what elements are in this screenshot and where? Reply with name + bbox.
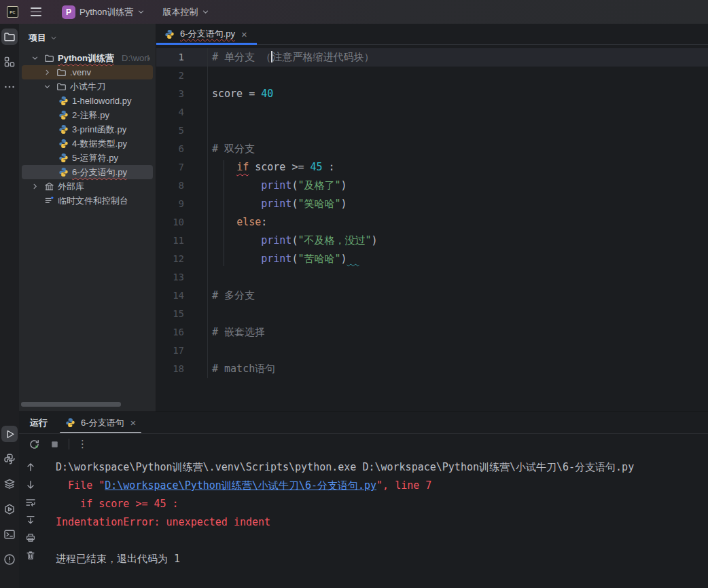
down-stacktrace-button[interactable] — [24, 479, 37, 491]
code-token: print — [261, 234, 291, 246]
vcs-widget[interactable]: 版本控制 — [160, 4, 212, 20]
code-line-14[interactable]: 14# 多分支 — [156, 287, 708, 305]
project-widget[interactable]: P Python训练营 — [59, 3, 147, 21]
console-output[interactable]: D:\workspace\Python训练营\.venv\Scripts\pyt… — [42, 458, 708, 588]
terminal-tool-button[interactable] — [1, 526, 18, 543]
tree-item-小试牛刀[interactable]: 小试牛刀 — [22, 79, 153, 94]
editor-tab[interactable]: 6-分支语句.py × — [156, 24, 257, 44]
tree-item-.venv[interactable]: .venv — [22, 65, 153, 79]
problems-icon — [3, 553, 16, 566]
chevron-down-icon[interactable] — [30, 54, 40, 62]
tree-item-1-helloworld.py[interactable]: 1-helloworld.py — [22, 94, 153, 108]
code-token: print — [261, 198, 291, 210]
chevron-down-icon[interactable] — [42, 83, 52, 90]
code-line-17[interactable]: 17 — [156, 342, 708, 360]
chevron-right-icon[interactable] — [42, 69, 52, 76]
line-number: 3 — [156, 85, 207, 103]
code-line-8[interactable]: 8 print("及格了") — [156, 177, 708, 195]
editor: 6-分支语句.py × 1# 单分支 （注意严格缩进代码块）23score = … — [156, 24, 708, 411]
run-tab[interactable]: 6-分支语句 × — [58, 412, 143, 433]
project-panel-header[interactable]: 项目 — [19, 29, 156, 47]
code-token: # 单分支 （ — [212, 51, 271, 63]
close-icon[interactable]: × — [129, 418, 138, 428]
folder-icon — [43, 53, 55, 63]
python-file-icon — [57, 153, 69, 163]
tree-item-3-print函数.py[interactable]: 3-print函数.py — [22, 122, 153, 136]
run-panel-header: 运行 6-分支语句 × — [19, 412, 708, 434]
line-number: 2 — [156, 67, 207, 85]
code-line-11[interactable]: 11 print("不及格，没过") — [156, 232, 708, 250]
code-token: "不及格，没过" — [298, 234, 371, 246]
line-number: 16 — [156, 323, 207, 342]
code-line-7[interactable]: 7 if score >= 45 : — [156, 158, 708, 177]
project-horizontal-scrollbar[interactable] — [21, 402, 121, 407]
line-number: 9 — [156, 195, 207, 213]
clear-all-button[interactable] — [24, 549, 37, 562]
soft-wrap-button[interactable] — [24, 496, 37, 509]
more-icon — [3, 81, 16, 93]
pycharm-logo-icon: PC — [7, 6, 18, 18]
code-line-5[interactable]: 5 — [156, 122, 708, 140]
run-tool-button[interactable] — [1, 426, 18, 442]
code-token: 注意严格缩进代码块） — [272, 51, 374, 63]
tree-item-label: 1-helloworld.py — [72, 96, 131, 106]
scroll-to-end-button[interactable] — [24, 514, 37, 526]
code-token: # 嵌套选择 — [212, 326, 265, 338]
tree-item-5-运算符.py[interactable]: 5-运算符.py — [22, 151, 153, 165]
line-number: 8 — [156, 177, 207, 195]
stop-button[interactable] — [48, 438, 60, 450]
up-stacktrace-button[interactable] — [24, 461, 37, 473]
python-packages-tool-button[interactable] — [1, 451, 18, 467]
tree-item-2-注释.py[interactable]: 2-注释.py — [22, 108, 153, 122]
print-button[interactable] — [24, 532, 37, 544]
tree-item-4-数据类型.py[interactable]: 4-数据类型.py — [22, 136, 153, 151]
console-line: D:\workspace\Python训练营\.venv\Scripts\pyt… — [56, 458, 708, 477]
project-panel: 项目 Python训练营D:\workspace\Python训练营.venv小… — [19, 24, 156, 411]
code-line-2[interactable]: 2 — [156, 67, 708, 85]
tree-item-Python训练营[interactable]: Python训练营D:\workspace\Python训练营 — [22, 51, 153, 65]
code-line-text: print("不及格，没过") — [207, 232, 708, 250]
code-line-6[interactable]: 6# 双分支 — [156, 140, 708, 158]
chevron-down-icon — [50, 35, 57, 41]
code-line-16[interactable]: 16# 嵌套选择 — [156, 323, 708, 342]
close-icon[interactable]: × — [240, 29, 249, 39]
commit-tool-button[interactable] — [1, 54, 18, 70]
chevron-right-icon[interactable] — [30, 183, 40, 190]
tree-item-6-分支语句.py[interactable]: 6-分支语句.py — [22, 165, 153, 179]
code-token: # match语句 — [212, 363, 275, 375]
problems-tool-button[interactable] — [1, 551, 18, 568]
code-line-13[interactable]: 13 — [156, 268, 708, 287]
code-line-12[interactable]: 12 print("苦哈哈") — [156, 250, 708, 268]
project-tool-button[interactable] — [1, 29, 18, 45]
code-area[interactable]: 1# 单分支 （注意严格缩进代码块）23score = 40456# 双分支7 … — [156, 45, 708, 411]
more-options-button[interactable]: ⋮ — [77, 438, 88, 450]
code-line-4[interactable]: 4 — [156, 103, 708, 122]
tree-item-label: 小试牛刀 — [70, 81, 105, 93]
rerun-button[interactable] — [28, 438, 40, 450]
code-line-18[interactable]: 18# match语句 — [156, 360, 708, 378]
vcs-widget-label: 版本控制 — [162, 6, 198, 18]
console-line — [56, 532, 708, 550]
code-line-15[interactable]: 15 — [156, 305, 708, 323]
code-token: "及格了" — [298, 179, 340, 191]
python-file-icon — [57, 96, 69, 106]
python-console-tool-button[interactable] — [1, 501, 18, 517]
python-icon — [3, 453, 16, 465]
code-token: 45 — [311, 161, 323, 173]
main-menu-button[interactable] — [26, 5, 46, 18]
python-file-icon — [163, 29, 175, 39]
tree-item-label: 5-运算符.py — [72, 152, 118, 164]
toolbar-divider — [69, 439, 69, 449]
services-tool-button[interactable] — [1, 476, 18, 492]
tree-item-临时文件和控制台[interactable]: 临时文件和控制台 — [22, 194, 153, 208]
line-number: 11 — [156, 232, 207, 250]
tree-item-label: 2-注释.py — [72, 109, 109, 122]
code-line-10[interactable]: 10 else: — [156, 213, 708, 232]
tree-item-外部库[interactable]: 外部库 — [22, 179, 153, 194]
code-line-3[interactable]: 3score = 40 — [156, 85, 708, 103]
project-widget-label: Python训练营 — [79, 6, 133, 18]
traceback-link[interactable]: D:\workspace\Python训练营\小试牛刀\6-分支语句.py — [105, 479, 376, 492]
more-tool-windows-button[interactable] — [1, 79, 18, 95]
code-line-9[interactable]: 9 print("笑哈哈") — [156, 195, 708, 213]
code-line-1[interactable]: 1# 单分支 （注意严格缩进代码块） — [156, 48, 708, 67]
